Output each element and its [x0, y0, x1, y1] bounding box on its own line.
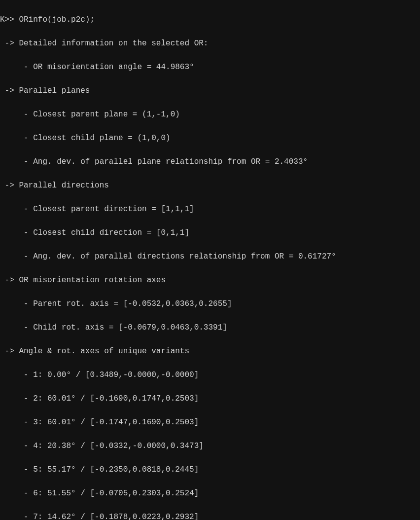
closest-parent-plane: - Closest parent plane = (1,-1,0) — [0, 109, 420, 120]
variant-line: - 6: 51.55° / [-0.0705,0.2303,0.2524] — [0, 487, 420, 499]
rotation-axes-header: -> OR misorientation rotation axes — [0, 274, 420, 286]
ang-dev-planes: - Ang. dev. of parallel plane relationsh… — [0, 156, 420, 168]
parent-rot-axis: - Parent rot. axis = [-0.0532,0.0363,0.2… — [0, 298, 420, 310]
parallel-planes-header: -> Parallel planes — [0, 85, 420, 97]
ang-dev-directions: - Ang. dev. of parallel directions relat… — [0, 251, 420, 262]
variants-header: -> Angle & rot. axes of unique variants — [0, 345, 420, 357]
terminal-output: K>> ORinfo(job.p2c); -> Detailed informa… — [0, 0, 420, 520]
closest-parent-direction: - Closest parent direction = [1,1,1] — [0, 203, 420, 215]
command-text: ORinfo(job.p2c); — [19, 15, 95, 24]
prompt-prefix: K>> — [0, 15, 19, 24]
variant-line: - 3: 60.01° / [-0.1747,0.1690,0.2503] — [0, 416, 420, 428]
parallel-directions-header: -> Parallel directions — [0, 180, 420, 191]
closest-child-plane: - Closest child plane = (1,0,0) — [0, 132, 420, 144]
variant-line: - 7: 14.62° / [-0.1878,0.0223,0.2932] — [0, 511, 420, 520]
variant-line: - 1: 0.00° / [0.3489,-0.0000,-0.0000] — [0, 369, 420, 381]
child-rot-axis: - Child rot. axis = [-0.0679,0.0463,0.33… — [0, 322, 420, 334]
detailed-header: -> Detailed information on the selected … — [0, 37, 420, 49]
variant-line: - 4: 20.38° / [-0.0332,-0.0000,0.3473] — [0, 440, 420, 452]
closest-child-direction: - Closest child direction = [0,1,1] — [0, 227, 420, 239]
variant-line: - 2: 60.01° / [-0.1690,0.1747,0.2503] — [0, 393, 420, 405]
prompt-line[interactable]: K>> ORinfo(job.p2c); — [0, 14, 420, 26]
misorientation-angle: - OR misorientation angle = 44.9863° — [0, 61, 420, 73]
variant-line: - 5: 55.17° / [-0.2350,0.0818,0.2445] — [0, 464, 420, 476]
